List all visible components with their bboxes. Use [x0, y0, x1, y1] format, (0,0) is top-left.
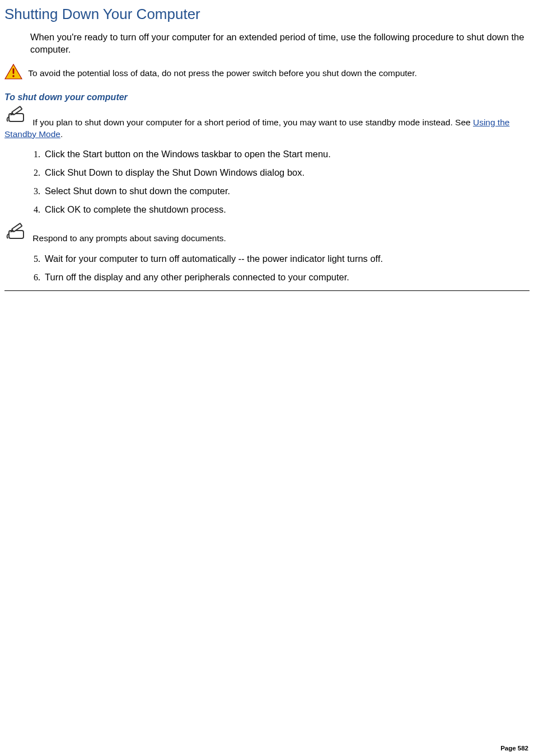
warning-callout: To avoid the potential loss of data, do … [4, 64, 530, 82]
pencil-note-icon [4, 223, 27, 243]
step-item: Click Shut Down to display the Shut Down… [43, 167, 530, 178]
section-divider [4, 290, 530, 291]
step-item: Click OK to complete the shutdown proces… [43, 204, 530, 215]
svg-rect-1 [13, 68, 15, 74]
intro-paragraph: When you're ready to turn off your compu… [30, 31, 530, 56]
steps-list-b: Wait for your computer to turn off autom… [4, 253, 530, 283]
warning-triangle-icon [4, 64, 22, 82]
warning-text: To avoid the potential loss of data, do … [28, 68, 416, 77]
step-item: Wait for your computer to turn off autom… [43, 253, 530, 264]
standby-note-suffix: . [60, 129, 63, 139]
step-item: Select Shut down to shut down the comput… [43, 186, 530, 196]
standby-note-prefix: If you plan to shut down your computer f… [32, 118, 473, 127]
step-item: Turn off the display and any other perip… [43, 272, 530, 283]
step-item: Click the Start button on the Windows ta… [43, 149, 530, 159]
respond-prompts-text: Respond to any prompts about saving docu… [32, 233, 226, 243]
standby-note: If you plan to shut down your computer f… [4, 106, 530, 140]
section-subhead: To shut down your computer [4, 92, 530, 102]
page-title: Shutting Down Your Computer [4, 6, 530, 23]
respond-prompts-note: Respond to any prompts about saving docu… [4, 223, 530, 243]
document-page: Shutting Down Your Computer When you're … [0, 0, 534, 291]
svg-point-2 [12, 75, 15, 77]
steps-list-a: Click the Start button on the Windows ta… [4, 149, 530, 215]
pencil-note-icon [4, 106, 27, 127]
